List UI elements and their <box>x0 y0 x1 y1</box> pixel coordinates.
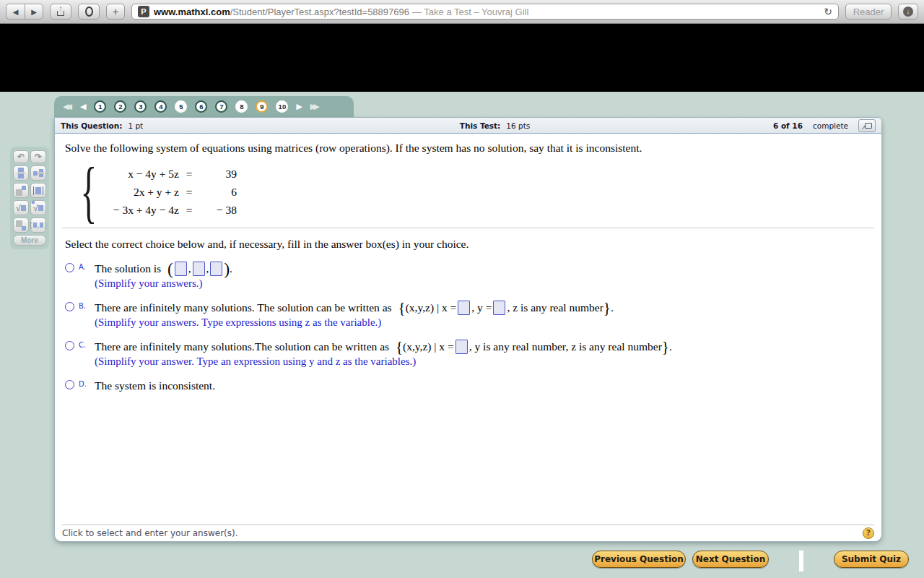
choice-c-text: There are infinitely many solutions.The … <box>95 340 389 353</box>
fraction-button[interactable] <box>13 165 29 181</box>
question-nav-bar: ◀◀ ◀ 12345678910 ▶ ▶▶ <box>54 96 354 117</box>
forward-icon: ▶ <box>31 8 37 16</box>
previous-question-button[interactable]: Previous Question <box>592 551 686 568</box>
choice-a-hint: (Simplify your answers.) <box>95 277 871 290</box>
square-root-button[interactable]: √ <box>13 200 29 215</box>
choice-b-radio[interactable] <box>65 302 74 311</box>
equation-grid: x − 4y + 5z=392x + y + z=6− 3x + 4y − 4z… <box>92 165 237 219</box>
more-tools-button[interactable]: More <box>13 235 46 246</box>
choice-a: A. The solution is (,,). (Simplify your … <box>65 261 871 290</box>
plus-icon: + <box>113 6 118 17</box>
question-circle-10[interactable]: 10 <box>276 100 288 113</box>
choice-c-radio[interactable] <box>65 341 74 350</box>
this-test-points: 16 pts <box>506 121 530 130</box>
choice-c-post-text: , y is any real number, z is any real nu… <box>469 340 662 353</box>
choice-b-open-brace: { <box>398 299 406 316</box>
exponent-icon <box>16 186 26 196</box>
nav-first-button[interactable]: ◀◀ <box>63 103 72 111</box>
choice-a-answer-box-x[interactable] <box>175 262 187 276</box>
equation-1-rhs: 39 <box>199 165 237 183</box>
nav-last-button[interactable]: ▶▶ <box>310 103 320 111</box>
nav-next-button[interactable]: ▶ <box>296 103 302 111</box>
question-circle-1[interactable]: 1 <box>94 100 106 113</box>
choice-d-radio[interactable] <box>65 380 74 389</box>
equation-3-lhs: − 3x + 4y − 4z <box>92 201 179 219</box>
question-circle-5[interactable]: 5 <box>175 100 187 113</box>
undo-button[interactable]: ↶ <box>13 150 29 163</box>
question-body: Solve the following system of equations … <box>55 134 881 393</box>
question-circle-8[interactable]: 8 <box>235 100 248 113</box>
square-root-icon: √ <box>16 204 26 212</box>
choice-b-text: There are infinitely many solutions. The… <box>95 301 392 314</box>
choice-a-answer-box-y[interactable] <box>193 262 205 276</box>
reader-button[interactable]: Reader <box>845 4 892 20</box>
choice-d-text: The system is inconsistent. <box>95 379 215 392</box>
redo-icon: ↷ <box>35 152 42 161</box>
downloads-button[interactable]: ↓ <box>898 4 918 20</box>
redo-button[interactable]: ↷ <box>30 150 46 163</box>
choice-a-period: . <box>230 262 232 275</box>
black-band <box>0 24 924 92</box>
choice-a-radio[interactable] <box>65 263 74 272</box>
ordered-pair-button[interactable]: (,) <box>30 217 46 233</box>
question-circle-6[interactable]: 6 <box>195 100 207 113</box>
choice-a-open-paren: ( <box>167 260 173 278</box>
mixed-number-button[interactable] <box>30 165 46 181</box>
equation-2-rhs: 6 <box>199 183 237 201</box>
question-circle-2[interactable]: 2 <box>114 100 126 113</box>
nth-root-button[interactable]: √ <box>30 200 46 215</box>
choice-b-hint: (Simplify your answers. Type expressions… <box>95 316 871 329</box>
choice-a-text: The solution is <box>95 262 161 275</box>
choice-c-open-brace: { <box>396 338 403 355</box>
question-circle-4[interactable]: 4 <box>154 100 167 113</box>
url-bar[interactable]: P www.mathxl.com/Student/PlayerTest.aspx… <box>131 4 839 20</box>
choice-c: C. There are infinitely many solutions.T… <box>65 339 871 368</box>
equation-2-lhs: 2x + y + z <box>92 183 179 201</box>
choice-b-answer-box-y[interactable] <box>493 301 505 315</box>
back-icon: ◀ <box>13 8 19 16</box>
mixed-number-icon <box>33 169 44 177</box>
header-right-group: 6 of 16 complete ↗ <box>773 119 876 132</box>
nav-prev-button[interactable]: ◀ <box>80 103 86 111</box>
popout-button[interactable]: ↗ <box>858 119 876 132</box>
this-test-label: This Test: <box>460 121 501 130</box>
choice-c-answer-box-x[interactable] <box>456 340 468 354</box>
subscript-button[interactable] <box>13 217 29 233</box>
exponent-button[interactable] <box>13 183 29 198</box>
answer-footer[interactable]: Click to select and enter your answer(s)… <box>55 525 881 541</box>
choice-b-answer-box-x[interactable] <box>458 301 470 315</box>
question-circle-3[interactable]: 3 <box>134 100 147 113</box>
absolute-value-button[interactable] <box>30 183 46 198</box>
choice-c-content: There are infinitely many solutions.The … <box>95 339 871 368</box>
question-nav-circles: 12345678910 <box>94 100 288 113</box>
text-cursor-bar <box>799 551 803 571</box>
question-circle-7[interactable]: 7 <box>215 100 227 113</box>
choice-b-set-text: (x,y,z) | x = <box>406 301 457 314</box>
choice-b-period: . <box>611 301 614 314</box>
equation-3-rhs: − 38 <box>199 201 237 219</box>
forward-button[interactable]: ▶ <box>25 4 43 20</box>
choice-a-comma-1: , <box>188 262 191 275</box>
page-title-suffix: — Take a Test – Youvraj Gill <box>412 7 528 17</box>
oval-extension-icon <box>85 7 93 17</box>
back-button[interactable]: ◀ <box>6 4 25 20</box>
this-test-group: This Test: 16 pts <box>460 121 530 130</box>
progress-text: 6 of 16 <box>773 121 803 130</box>
equation-1-eq: = <box>179 165 199 183</box>
choice-a-comma-2: , <box>206 262 209 275</box>
extension-button[interactable] <box>78 4 100 20</box>
choice-b-mid-text: , y = <box>471 301 492 314</box>
refresh-icon[interactable]: ↻ <box>824 6 832 17</box>
choice-d-letter: D. <box>79 378 95 393</box>
question-circle-9[interactable]: 9 <box>256 100 268 113</box>
choice-a-answer-box-z[interactable] <box>210 262 222 276</box>
question-header: This Question: 1 pt This Test: 16 pts 6 … <box>55 118 881 134</box>
help-button[interactable]: ? <box>863 527 874 539</box>
previous-question-label: Previous Question <box>594 554 684 564</box>
more-label: More <box>21 236 38 244</box>
choice-c-period: . <box>669 340 672 353</box>
next-question-button[interactable]: Next Question <box>692 551 769 568</box>
share-button[interactable]: ↑ <box>50 4 71 20</box>
new-tab-button[interactable]: + <box>106 4 125 20</box>
submit-quiz-button[interactable]: Submit Quiz <box>834 551 909 568</box>
